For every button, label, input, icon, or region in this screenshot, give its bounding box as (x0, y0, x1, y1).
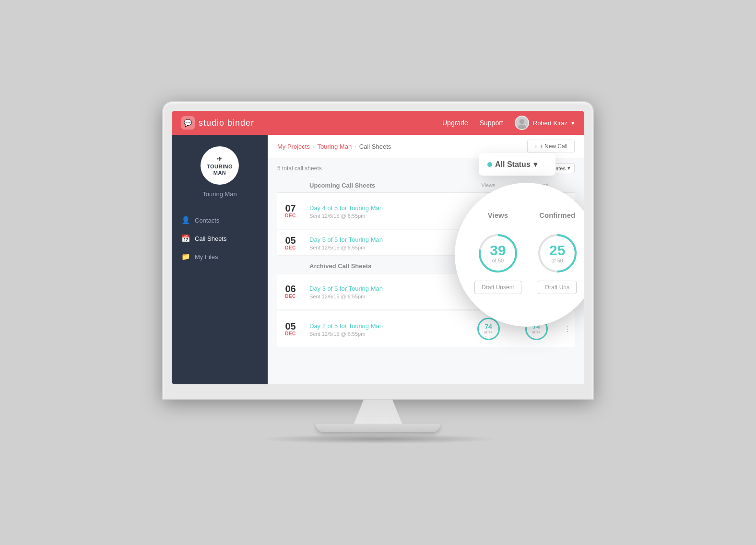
monitor-shadow (258, 434, 498, 444)
sidebar-item-contacts-label: Contacts (195, 217, 219, 224)
status-dropdown-label: All Status (495, 160, 531, 169)
sidebar-item-myfiles-label: My Files (195, 253, 218, 261)
logo-area: 💬 studio binder (181, 116, 254, 130)
date-month: DEC (277, 294, 304, 299)
support-link[interactable]: Support (480, 119, 503, 127)
date-day: 05 (277, 236, 304, 245)
date-col: 05 DEC (277, 236, 304, 250)
upgrade-link[interactable]: Upgrade (442, 119, 468, 127)
header-actions: + + New Call All Status ▾ (527, 140, 575, 153)
logo-icon: 💬 (181, 116, 195, 130)
content-header: My Projects › Touring Man › Call Sheets … (268, 135, 584, 158)
sidebar-item-callsheets-label: Call Sheets (195, 235, 226, 242)
zoom-confirmed-denom: of 50 (549, 258, 565, 263)
sheet-info: Day 5 of 5 for Touring Man Sent 12/5/15 … (304, 235, 464, 250)
dates-chevron-icon: ▾ (567, 165, 570, 171)
zoom-views-col: Views 39 of 50 (474, 211, 521, 294)
date-col: 05 DEC (277, 321, 304, 336)
archived-section-label: Archived Call Sheets (309, 262, 371, 270)
sidebar-item-myfiles[interactable]: 📁 My Files (172, 248, 268, 266)
top-nav: 💬 studio binder Upgrade Support Robert (172, 111, 584, 135)
project-logo-plane-icon: ✈ (217, 155, 223, 163)
zoom-confirmed-number: 25 (549, 243, 565, 258)
user-area[interactable]: Robert Kiraz ▾ (515, 116, 575, 130)
callsheets-icon: 📅 (181, 234, 190, 243)
date-col: 07 DEC (277, 203, 304, 218)
zoom-views-label: Views (488, 211, 508, 219)
sheet-meta: Sent 12/6/15 @ 6:55pm (309, 294, 459, 299)
zoom-draft-conf-badge: Draft Uns (538, 281, 577, 294)
upcoming-section-label: Upcoming Call Sheets (309, 182, 375, 189)
breadcrumb-project[interactable]: Touring Man (318, 143, 352, 150)
breadcrumb-sep-2: › (354, 143, 356, 149)
avatar (515, 116, 529, 130)
svg-point-0 (520, 119, 524, 124)
status-dropdown[interactable]: All Status ▾ (487, 160, 547, 169)
date-month: DEC (277, 245, 304, 250)
chevron-down-icon: ▾ (571, 119, 575, 127)
sheet-meta: Sent 12/5/15 @ 6:55pm (309, 331, 459, 337)
project-logo-text-line2: MAN (213, 170, 226, 176)
date-day: 05 (277, 321, 304, 331)
monitor-neck (354, 400, 402, 424)
sheet-info: Day 2 of 5 for Touring Man Sent 12/5/15 … (304, 321, 464, 337)
date-day: 07 (277, 203, 304, 213)
breadcrumb-current: Call Sheets (359, 143, 391, 150)
new-call-button[interactable]: + + New Call (527, 140, 575, 153)
zoom-confirmed-label: Confirmed (539, 211, 575, 219)
sheet-meta: Sent 12/5/15 @ 6:55pm (309, 245, 459, 250)
project-logo: ✈ TOURING MAN (201, 146, 239, 185)
status-chevron-icon: ▾ (533, 160, 537, 169)
date-month: DEC (277, 331, 304, 336)
zoom-confirmed-value: 25 of 50 (549, 243, 565, 263)
sheet-title[interactable]: Day 2 of 5 for Touring Man (309, 322, 383, 330)
user-name: Robert Kiraz (533, 119, 567, 127)
main-layout: ✈ TOURING MAN Touring Man 👤 Contacts 📅 C… (172, 135, 584, 384)
contacts-icon: 👤 (181, 216, 190, 225)
plus-icon: + (534, 143, 538, 150)
date-col: 06 DEC (277, 284, 304, 299)
views-value: 74 of 74 (484, 323, 493, 335)
sheet-info: Day 3 of 5 for Touring Man Sent 12/6/15 … (304, 284, 464, 299)
zoom-views-circle: 39 of 50 (476, 232, 520, 275)
zoom-content: Views 39 of 50 (455, 201, 584, 308)
more-button[interactable]: ⋮ (560, 324, 575, 333)
sheet-title[interactable]: Day 4 of 5 for Touring Man (309, 204, 383, 212)
monitor-bezel: 💬 studio binder Upgrade Support Robert (162, 101, 594, 400)
sidebar-nav: 👤 Contacts 📅 Call Sheets 📁 My Files (172, 211, 268, 266)
sheet-meta: Sent 12/6/15 @ 6:55pm (309, 213, 459, 219)
date-day: 06 (277, 284, 304, 294)
zoom-cols: Views 39 of 50 (464, 211, 584, 294)
date-month: DEC (277, 213, 304, 218)
zoom-views-number: 39 (490, 243, 506, 258)
sidebar-item-contacts[interactable]: 👤 Contacts (172, 211, 268, 229)
breadcrumb: My Projects › Touring Man › Call Sheets (277, 143, 391, 150)
sheet-title[interactable]: Day 5 of 5 for Touring Man (309, 236, 383, 243)
files-icon: 📁 (181, 252, 190, 261)
breadcrumb-sep-1: › (313, 143, 315, 149)
sheet-info: Day 4 of 5 for Touring Man Sent 12/6/15 … (304, 203, 464, 219)
breadcrumb-my-projects[interactable]: My Projects (277, 143, 310, 150)
svg-point-1 (518, 124, 526, 130)
sidebar: ✈ TOURING MAN Touring Man 👤 Contacts 📅 C… (172, 135, 268, 384)
zoom-confirmed-circle: 25 of 50 (536, 232, 579, 275)
app-name: studio binder (199, 118, 254, 128)
total-count: 5 total call sheets (277, 165, 322, 172)
sidebar-project-name: Touring Man (202, 190, 237, 198)
content-area: My Projects › Touring Man › Call Sheets … (268, 135, 584, 384)
sidebar-item-callsheets[interactable]: 📅 Call Sheets (172, 229, 268, 248)
zoom-views-denom: of 50 (490, 258, 506, 263)
project-logo-text-line1: TOURING (207, 164, 233, 170)
status-dropdown-overlay: All Status ▾ (479, 153, 555, 176)
zoom-views-value: 39 of 50 (490, 243, 506, 263)
sheet-title[interactable]: Day 3 of 5 for Touring Man (309, 285, 383, 292)
status-dot-icon (487, 162, 492, 167)
monitor-base (316, 424, 440, 432)
section-header-label: Upcoming Call Sheets (304, 181, 464, 190)
nav-links: Upgrade Support Robert Kiraz ▾ (442, 116, 575, 130)
zoom-confirmed-col: Confirmed 25 of 50 (536, 211, 579, 294)
monitor-wrapper: 💬 studio binder Upgrade Support Robert (162, 101, 594, 444)
zoom-draft-badge: Draft Unsent (474, 281, 521, 294)
screen: 💬 studio binder Upgrade Support Robert (172, 111, 584, 384)
